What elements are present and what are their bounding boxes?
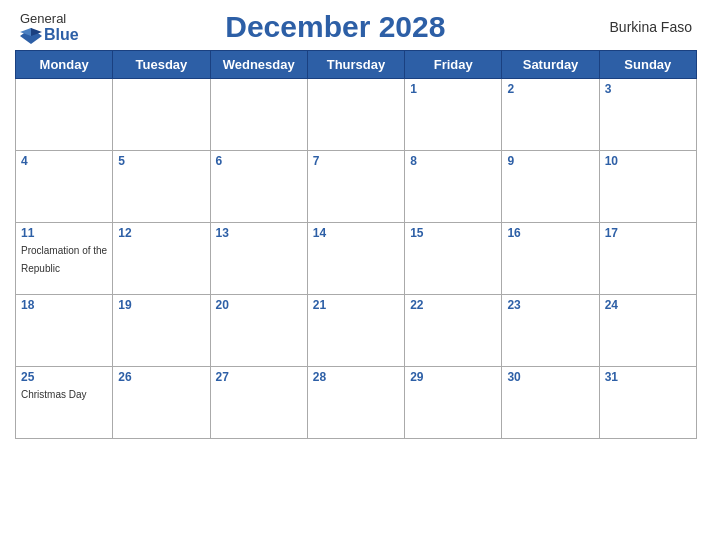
logo: General Blue: [20, 11, 79, 44]
logo-general-text: General: [20, 11, 66, 26]
calendar-cell-28: 28: [307, 367, 404, 439]
weekday-header-friday: Friday: [405, 51, 502, 79]
calendar-cell-17: 17: [599, 223, 696, 295]
calendar-cell-15: 15: [405, 223, 502, 295]
calendar-table: MondayTuesdayWednesdayThursdayFridaySatu…: [15, 50, 697, 439]
calendar-cell-7: 7: [307, 151, 404, 223]
calendar-cell-31: 31: [599, 367, 696, 439]
calendar-week-5: 25Christmas Day262728293031: [16, 367, 697, 439]
calendar-cell-19: 19: [113, 295, 210, 367]
calendar-cell-empty: [16, 79, 113, 151]
calendar-cell-11: 11Proclamation of the Republic: [16, 223, 113, 295]
calendar-cell-13: 13: [210, 223, 307, 295]
calendar-cell-24: 24: [599, 295, 696, 367]
calendar-cell-26: 26: [113, 367, 210, 439]
calendar-week-4: 18192021222324: [16, 295, 697, 367]
weekday-header-tuesday: Tuesday: [113, 51, 210, 79]
logo-bird-icon: [20, 26, 42, 44]
calendar-cell-21: 21: [307, 295, 404, 367]
calendar-cell-20: 20: [210, 295, 307, 367]
calendar-week-2: 45678910: [16, 151, 697, 223]
calendar-cell-18: 18: [16, 295, 113, 367]
calendar-week-3: 11Proclamation of the Republic1213141516…: [16, 223, 697, 295]
calendar-cell-empty: [307, 79, 404, 151]
calendar-cell-10: 10: [599, 151, 696, 223]
calendar-cell-14: 14: [307, 223, 404, 295]
calendar-cell-16: 16: [502, 223, 599, 295]
country-label: Burkina Faso: [592, 19, 692, 35]
weekday-header-thursday: Thursday: [307, 51, 404, 79]
calendar-cell-27: 27: [210, 367, 307, 439]
calendar-header: General Blue December 2028 Burkina Faso: [15, 10, 697, 44]
weekday-header-saturday: Saturday: [502, 51, 599, 79]
weekday-header-wednesday: Wednesday: [210, 51, 307, 79]
weekday-header-row: MondayTuesdayWednesdayThursdayFridaySatu…: [16, 51, 697, 79]
calendar-cell-12: 12: [113, 223, 210, 295]
calendar-cell-5: 5: [113, 151, 210, 223]
calendar-cell-25: 25Christmas Day: [16, 367, 113, 439]
logo-blue-container: Blue: [20, 26, 79, 44]
calendar-cell-3: 3: [599, 79, 696, 151]
calendar-cell-empty: [113, 79, 210, 151]
calendar-cell-2: 2: [502, 79, 599, 151]
calendar-title: December 2028: [79, 10, 592, 44]
calendar-cell-8: 8: [405, 151, 502, 223]
calendar-cell-30: 30: [502, 367, 599, 439]
calendar-cell-22: 22: [405, 295, 502, 367]
calendar-cell-1: 1: [405, 79, 502, 151]
weekday-header-sunday: Sunday: [599, 51, 696, 79]
calendar-cell-9: 9: [502, 151, 599, 223]
calendar-cell-empty: [210, 79, 307, 151]
calendar-cell-23: 23: [502, 295, 599, 367]
weekday-header-monday: Monday: [16, 51, 113, 79]
calendar-cell-6: 6: [210, 151, 307, 223]
logo-blue-text: Blue: [44, 26, 79, 44]
calendar-cell-4: 4: [16, 151, 113, 223]
calendar-week-1: 123: [16, 79, 697, 151]
calendar-cell-29: 29: [405, 367, 502, 439]
